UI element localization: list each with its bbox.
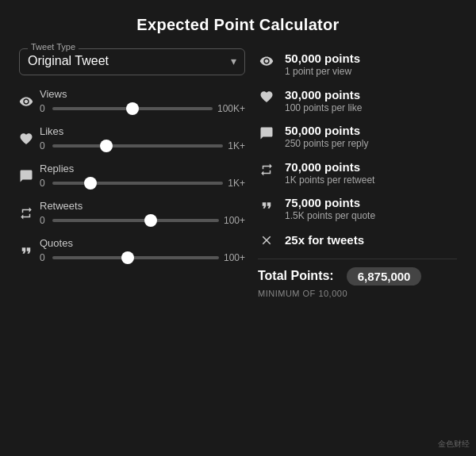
multiplier-item: 25x for tweets xyxy=(258,232,457,247)
retweets-point-value: 70,000 points xyxy=(285,160,374,174)
views-point-value: 50,000 points xyxy=(285,52,360,66)
replies-point-desc: 250 points per reply xyxy=(285,138,368,151)
views-max: 100K+ xyxy=(217,103,245,114)
retweet-icon xyxy=(19,205,36,220)
retweets-max: 100+ xyxy=(224,215,245,226)
likes-points-item: 30,000 points 100 points per like xyxy=(258,88,457,115)
views-section: Views 0 100K+ xyxy=(40,88,245,114)
likes-controls: 0 1K+ xyxy=(40,140,245,151)
replies-slider-row: Replies 0 1K+ xyxy=(19,163,245,189)
reply-points-icon xyxy=(258,125,275,140)
heart-icon xyxy=(19,131,36,146)
quote-icon xyxy=(19,243,36,258)
views-slider[interactable] xyxy=(52,107,213,110)
retweets-slider-row: Retweets 0 100+ xyxy=(19,200,245,226)
replies-point-value: 50,000 points xyxy=(285,124,368,138)
retweets-section: Retweets 0 100+ xyxy=(40,200,245,226)
views-controls: 0 100K+ xyxy=(40,103,245,114)
views-point-info: 50,000 points 1 point per view xyxy=(285,52,360,79)
left-panel: Tweet Type Original Tweet Reply Retweet … xyxy=(19,48,245,298)
reply-icon xyxy=(19,168,36,183)
multiplier-text: 25x for tweets xyxy=(285,233,364,247)
quotes-controls: 0 100+ xyxy=(40,252,245,263)
likes-point-value: 30,000 points xyxy=(285,88,362,102)
quotes-point-value: 75,000 points xyxy=(285,196,375,210)
eye-points-icon xyxy=(258,53,275,68)
watermark: 金色财经 xyxy=(438,439,470,450)
quotes-min: 0 xyxy=(40,252,48,263)
tweet-type-select[interactable]: Original Tweet Reply Retweet Quote xyxy=(28,54,236,67)
quotes-label: Quotes xyxy=(40,237,245,249)
likes-section: Likes 0 1K+ xyxy=(40,125,245,151)
views-point-desc: 1 point per view xyxy=(285,66,360,79)
likes-point-desc: 100 points per like xyxy=(285,102,362,115)
likes-slider[interactable] xyxy=(52,144,223,148)
retweets-min: 0 xyxy=(40,215,48,226)
quotes-point-desc: 1.5K points per quote xyxy=(285,210,375,223)
retweets-label: Retweets xyxy=(40,200,245,212)
retweets-points-item: 70,000 points 1K points per retweet xyxy=(258,160,457,187)
replies-max: 1K+ xyxy=(228,178,245,189)
views-min: 0 xyxy=(40,103,48,114)
retweet-points-icon xyxy=(258,162,275,177)
quote-points-icon xyxy=(258,197,275,213)
page-title: Expected Point Calculator xyxy=(19,16,457,34)
eye-icon xyxy=(19,94,36,109)
replies-points-item: 50,000 points 250 points per reply xyxy=(258,124,457,151)
likes-slider-row: Likes 0 1K+ xyxy=(19,125,245,151)
tweet-type-label: Tweet Type xyxy=(28,42,79,52)
close-icon xyxy=(258,232,275,247)
likes-point-info: 30,000 points 100 points per like xyxy=(285,88,362,115)
quotes-slider-row: Quotes 0 100+ xyxy=(19,237,245,263)
quotes-max: 100+ xyxy=(224,252,245,263)
right-panel: 50,000 points 1 point per view 30,000 po… xyxy=(258,48,457,298)
main-layout: Tweet Type Original Tweet Reply Retweet … xyxy=(19,48,457,298)
tweet-type-group: Tweet Type Original Tweet Reply Retweet … xyxy=(19,48,245,75)
views-slider-row: Views 0 100K+ xyxy=(19,88,245,114)
total-label: Total Points: xyxy=(258,269,334,283)
total-row: Total Points: 6,875,000 xyxy=(258,267,457,285)
select-wrapper: Original Tweet Reply Retweet Quote ▾ xyxy=(28,54,236,68)
quotes-section: Quotes 0 100+ xyxy=(40,237,245,263)
divider xyxy=(258,259,457,259)
quotes-points-item: 75,000 points 1.5K points per quote xyxy=(258,196,457,223)
views-points-item: 50,000 points 1 point per view xyxy=(258,52,457,79)
views-label: Views xyxy=(40,88,245,100)
replies-label: Replies xyxy=(40,163,245,174)
likes-min: 0 xyxy=(40,140,48,151)
quotes-point-info: 75,000 points 1.5K points per quote xyxy=(285,196,375,223)
likes-label: Likes xyxy=(40,125,245,137)
retweets-point-info: 70,000 points 1K points per retweet xyxy=(285,160,374,187)
retweets-controls: 0 100+ xyxy=(40,215,245,226)
replies-section: Replies 0 1K+ xyxy=(40,163,245,189)
replies-min: 0 xyxy=(40,178,48,189)
replies-slider[interactable] xyxy=(52,182,223,185)
likes-max: 1K+ xyxy=(228,140,245,151)
total-section: Total Points: 6,875,000 MINIMUM OF 10,00… xyxy=(258,267,457,298)
minimum-text: MINIMUM OF 10,000 xyxy=(258,289,457,298)
retweets-point-desc: 1K points per retweet xyxy=(285,174,374,187)
retweets-slider[interactable] xyxy=(52,219,219,222)
heart-points-icon xyxy=(258,90,275,105)
replies-point-info: 50,000 points 250 points per reply xyxy=(285,124,368,151)
quotes-slider[interactable] xyxy=(52,256,219,259)
total-value: 6,875,000 xyxy=(347,267,422,285)
replies-controls: 0 1K+ xyxy=(40,178,245,189)
